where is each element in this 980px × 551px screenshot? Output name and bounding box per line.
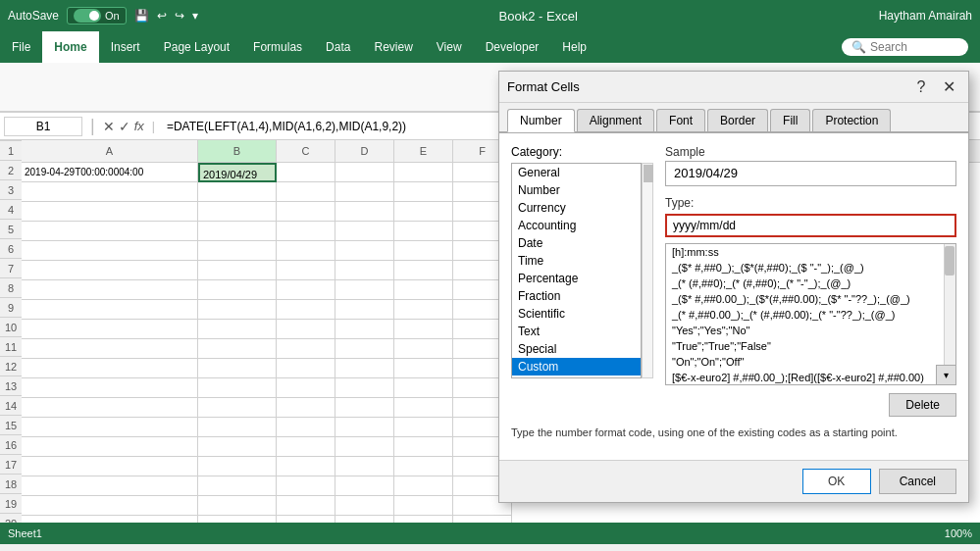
cell[interactable]	[277, 202, 335, 222]
sheet-tab[interactable]: Sheet1	[8, 527, 42, 539]
cell[interactable]	[198, 359, 277, 378]
cell[interactable]	[394, 476, 453, 496]
cell[interactable]	[394, 320, 453, 339]
cell[interactable]	[453, 516, 512, 523]
cell[interactable]	[394, 418, 453, 437]
cell[interactable]	[335, 241, 394, 261]
cat-percentage[interactable]: Percentage	[512, 270, 641, 287]
fmt-hmmss[interactable]: [h]:mm:ss	[666, 244, 955, 260]
cancel-formula-icon[interactable]: ✕	[103, 119, 115, 134]
cell[interactable]	[277, 457, 335, 476]
cell[interactable]	[394, 202, 453, 222]
tab-data[interactable]: Data	[314, 31, 362, 63]
cell[interactable]	[277, 241, 335, 261]
cell[interactable]	[22, 457, 198, 476]
fmt-paren1[interactable]: _(* (#,##0);_(* (#,##0);_(* "-"_);_(@_)	[666, 276, 955, 291]
cell[interactable]	[335, 457, 394, 476]
undo-icon[interactable]: ↩	[157, 9, 167, 23]
search-input[interactable]	[870, 40, 958, 54]
cell[interactable]	[198, 378, 277, 398]
cell[interactable]	[335, 418, 394, 437]
cell[interactable]	[22, 222, 198, 241]
cell[interactable]	[335, 437, 394, 457]
tab-alignment[interactable]: Alignment	[577, 109, 654, 131]
cat-currency[interactable]: Currency	[512, 199, 641, 217]
save-icon[interactable]: 💾	[134, 9, 149, 23]
cell[interactable]	[394, 437, 453, 457]
tab-formulas[interactable]: Formulas	[241, 31, 314, 63]
cell[interactable]	[198, 300, 277, 320]
ok-button[interactable]: OK	[802, 469, 871, 494]
cat-text[interactable]: Text	[512, 323, 641, 340]
cell[interactable]	[22, 476, 198, 496]
cell[interactable]	[394, 398, 453, 418]
cat-special[interactable]: Special	[512, 340, 641, 358]
tab-fill[interactable]: Fill	[770, 109, 810, 131]
cell[interactable]	[198, 320, 277, 339]
format-dropdown-arrow[interactable]: ▾	[936, 365, 955, 384]
cell[interactable]	[335, 339, 394, 359]
cell[interactable]	[394, 261, 453, 280]
cell[interactable]	[394, 222, 453, 241]
cell-d1[interactable]	[335, 163, 394, 182]
tab-insert[interactable]: Insert	[99, 31, 152, 63]
tab-pagelayout[interactable]: Page Layout	[152, 31, 241, 63]
cat-time[interactable]: Time	[512, 252, 641, 270]
cell[interactable]	[394, 280, 453, 300]
cell[interactable]	[394, 516, 453, 523]
fmt-dollar1[interactable]: _($* #,##0_);_($*(#,##0);_($ "-"_);_(@_)	[666, 260, 955, 276]
fmt-dollar2[interactable]: _($* #,##0.00_);_($*(#,##0.00);_($* "-"?…	[666, 291, 955, 307]
cell[interactable]	[394, 496, 453, 516]
cell[interactable]	[335, 516, 394, 523]
cell[interactable]	[22, 280, 198, 300]
cell[interactable]	[198, 280, 277, 300]
cell[interactable]	[22, 300, 198, 320]
category-list[interactable]: General Number Currency Accounting Date …	[511, 163, 642, 378]
fmt-truefalse[interactable]: "True";"True";"False"	[666, 338, 955, 354]
cell[interactable]	[335, 300, 394, 320]
cell[interactable]	[277, 378, 335, 398]
insert-function-icon[interactable]: fx	[134, 119, 144, 133]
cell[interactable]	[22, 359, 198, 378]
cell[interactable]	[335, 261, 394, 280]
cell[interactable]	[277, 496, 335, 516]
cell[interactable]	[277, 418, 335, 437]
cell[interactable]	[277, 437, 335, 457]
tab-number[interactable]: Number	[507, 109, 575, 132]
format-list[interactable]: [h]:mm:ss _($* #,##0_);_($*(#,##0);_($ "…	[665, 243, 956, 385]
cell[interactable]	[277, 300, 335, 320]
cell[interactable]	[198, 241, 277, 261]
cell[interactable]	[198, 496, 277, 516]
cancel-button[interactable]: Cancel	[879, 469, 956, 494]
cell[interactable]	[22, 496, 198, 516]
cell[interactable]	[198, 437, 277, 457]
cell-a1[interactable]: 2019-04-29T00:00:0004:00	[22, 163, 198, 182]
cell[interactable]	[335, 378, 394, 398]
cat-custom[interactable]: Custom	[512, 358, 641, 376]
confirm-formula-icon[interactable]: ✓	[119, 119, 130, 134]
cell[interactable]	[22, 437, 198, 457]
fmt-yesno[interactable]: "Yes";"Yes";"No"	[666, 323, 955, 338]
cell[interactable]	[394, 457, 453, 476]
cell[interactable]	[277, 516, 335, 523]
cell[interactable]	[22, 261, 198, 280]
cell[interactable]	[335, 398, 394, 418]
cell[interactable]	[335, 202, 394, 222]
cell[interactable]	[394, 241, 453, 261]
tab-review[interactable]: Review	[362, 31, 424, 63]
cat-accounting[interactable]: Accounting	[512, 217, 641, 234]
cell[interactable]	[335, 359, 394, 378]
cell[interactable]	[277, 359, 335, 378]
cat-date[interactable]: Date	[512, 234, 641, 252]
cell[interactable]	[198, 418, 277, 437]
customize-icon[interactable]: ▾	[192, 9, 198, 23]
category-scrollbar[interactable]	[642, 163, 653, 378]
cell[interactable]	[394, 339, 453, 359]
cell[interactable]	[198, 202, 277, 222]
cat-general[interactable]: General	[512, 164, 641, 181]
cell[interactable]	[198, 222, 277, 241]
cell[interactable]	[22, 516, 198, 523]
cell[interactable]	[277, 476, 335, 496]
cell-c1[interactable]	[277, 163, 335, 182]
cell[interactable]	[394, 182, 453, 202]
